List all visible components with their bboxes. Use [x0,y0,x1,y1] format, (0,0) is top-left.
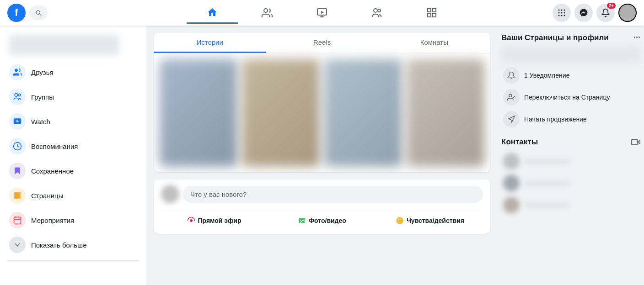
feeling-icon [396,216,404,225]
sidebar-item-watch[interactable]: Watch [4,110,143,133]
svg-point-13 [561,12,563,14]
svg-point-15 [558,15,560,16]
groups-icon-wrap [9,89,26,105]
memories-sidebar-icon [13,142,22,151]
svg-rect-24 [14,217,21,224]
svg-marker-35 [637,140,640,144]
contact-item-2[interactable] [501,172,640,194]
memories-label: Воспоминания [31,142,78,150]
photo-label: Фото/видео [309,217,346,224]
svg-point-16 [561,15,563,16]
bell-right-icon [507,71,515,79]
svg-point-28 [190,219,193,222]
right-sidebar: Ваши Страницы и профили ··· 1 Уведомлени… [498,26,644,285]
left-sidebar: Друзья Группы Watch Воспоминания [0,26,146,285]
svg-point-33 [400,219,401,220]
notification-icon-wrap [503,67,520,84]
search-box[interactable] [29,5,48,20]
events-sidebar-icon [13,216,22,225]
promote-label: Начать продвижение [524,116,587,123]
svg-rect-5 [428,9,431,12]
feeling-action-btn[interactable]: Чувства/действия [377,213,483,228]
friends-icon [262,7,273,18]
feeling-label: Чувства/действия [407,217,464,224]
nav-friends[interactable] [242,2,293,24]
stories-tabs: Истории Reels Комнаты [154,33,490,53]
sidebar-item-events[interactable]: Мероприятия [4,208,143,232]
watch-icon [317,7,327,18]
svg-point-20 [18,94,21,96]
contacts-header: Контакты [501,137,640,147]
menu-icon [426,7,437,18]
contact-avatar-2 [503,175,520,191]
saved-sidebar-icon [13,166,22,175]
nav-groups[interactable] [351,2,402,24]
events-icon-wrap [9,212,26,228]
watch-label: Watch [31,118,50,126]
svg-point-32 [398,219,399,220]
live-icon [187,216,195,225]
svg-rect-36 [632,139,638,145]
messenger-button[interactable] [574,4,593,22]
svg-marker-2 [321,11,324,14]
story-thumb-4[interactable] [406,59,485,167]
apps-button[interactable] [553,4,571,22]
bell-icon [601,8,610,17]
notification-label: 1 Уведомление [524,72,569,79]
pages-icon-wrap [9,187,26,204]
tab-stories[interactable]: Истории [154,33,266,53]
story-thumb-2[interactable] [242,59,320,167]
svg-point-18 [15,69,18,72]
nav-menu[interactable] [406,2,457,24]
user-avatar[interactable] [618,4,637,22]
sidebar-divider [7,260,139,261]
story-thumb-1[interactable] [159,59,238,167]
main-layout: Друзья Группы Watch Воспоминания [0,26,644,285]
svg-point-31 [397,217,403,224]
friends-label: Друзья [31,69,54,76]
svg-point-17 [564,15,565,16]
sidebar-item-memories[interactable]: Воспоминания [4,134,143,158]
pages-profiles-label: Ваши Страницы и профили [501,33,609,42]
switch-icon [507,93,515,101]
nav-left: f [7,4,154,22]
pages-profiles-title: Ваши Страницы и профили ··· [501,33,640,42]
messenger-icon [579,8,588,17]
stories-area [154,53,490,172]
tab-rooms[interactable]: Комнаты [378,33,490,53]
story-thumb-3[interactable] [324,59,402,167]
switch-page-item[interactable]: Переключиться на Страницу [501,86,640,108]
photo-action-btn[interactable]: Фото/видео [269,213,375,228]
sidebar-item-groups[interactable]: Группы [4,85,143,109]
sidebar-item-friends[interactable]: Друзья [4,60,143,84]
contact-item-3[interactable] [501,194,640,216]
photo-icon [298,216,306,225]
contact-item-1[interactable] [501,150,640,172]
switch-label: Переключиться на Страницу [524,94,610,101]
tab-reels[interactable]: Reels [266,33,378,53]
contact-name-1 [524,158,570,164]
notification-item[interactable]: 1 Уведомление [501,64,640,86]
sidebar-item-saved[interactable]: Сохраненное [4,159,143,183]
pages-more-button[interactable]: ··· [633,33,640,42]
more-icon-wrap [9,237,26,253]
live-action-btn[interactable]: Прямой эфир [161,213,267,228]
switch-icon-wrap [503,89,520,106]
promote-item[interactable]: Начать продвижение [501,108,640,130]
pages-label: Страницы [31,192,63,200]
facebook-logo[interactable]: f [7,4,26,22]
contact-name-3 [524,202,570,208]
saved-label: Сохраненное [31,167,74,175]
post-input[interactable]: Что у вас нового? [183,186,483,203]
contacts-title: Контакты [501,137,538,147]
nav-home[interactable] [187,2,238,24]
nav-watch[interactable] [296,2,348,24]
sidebar-profile[interactable] [4,31,143,58]
nav-center [154,2,490,24]
sidebar-item-more[interactable]: Показать больше [4,233,143,257]
video-call-icon[interactable] [631,137,640,147]
notifications-button[interactable]: 2+ [596,4,615,22]
sidebar-item-pages[interactable]: Страницы [4,184,143,207]
svg-point-0 [264,9,268,12]
apps-grid-icon [557,8,566,17]
